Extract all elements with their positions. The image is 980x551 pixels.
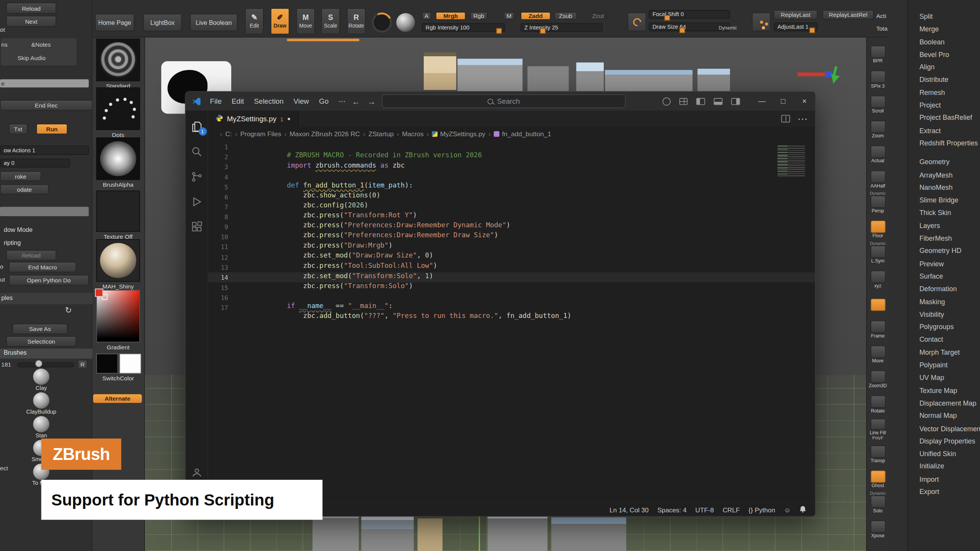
tool-menu-item[interactable]: Geometry bbox=[908, 156, 980, 168]
close-button[interactable]: × bbox=[794, 92, 815, 111]
brush-size-slider[interactable] bbox=[18, 362, 74, 367]
m-button[interactable]: M bbox=[504, 12, 514, 20]
draw-size-slider[interactable]: Draw Size 64 bbox=[649, 23, 730, 31]
tabbar-more-icon[interactable]: ⋯ bbox=[797, 113, 807, 125]
tool-menu-item[interactable]: Masking bbox=[908, 295, 980, 308]
lightbox-button[interactable]: LightBox bbox=[143, 14, 182, 31]
source-control-icon[interactable] bbox=[189, 169, 204, 184]
minimap[interactable] bbox=[777, 145, 805, 177]
update-button[interactable]: odate bbox=[0, 184, 49, 194]
skip-audio-button[interactable]: Skip Audio bbox=[18, 54, 46, 61]
end-macro-button[interactable]: End Macro bbox=[9, 262, 76, 272]
r-button[interactable]: R bbox=[77, 360, 87, 369]
tool-menu-item[interactable]: Align bbox=[908, 61, 980, 73]
notifications-bell-icon[interactable] bbox=[799, 505, 806, 514]
maximize-button[interactable]: □ bbox=[773, 92, 794, 111]
extensions-icon[interactable] bbox=[189, 219, 204, 234]
shelf-item[interactable]: BPR bbox=[867, 40, 889, 65]
shelf-item[interactable]: Dynamic Solo bbox=[867, 490, 889, 515]
shelf-item[interactable]: Floor bbox=[867, 215, 889, 240]
live-boolean-button[interactable]: Live Boolean bbox=[190, 14, 237, 31]
toggle-sidebar-icon[interactable] bbox=[696, 98, 705, 105]
tool-menu-item[interactable]: ArrayMesh bbox=[908, 168, 980, 181]
tray-thumbnail[interactable]: BrushAlpha bbox=[95, 137, 142, 188]
shelf-item[interactable]: Ghost bbox=[867, 465, 889, 490]
shelf-item[interactable]: Dynamic L.Sym bbox=[867, 240, 889, 265]
brush-item[interactable]: Stan bbox=[25, 416, 57, 439]
encoding[interactable]: UTF-8 bbox=[695, 506, 714, 514]
scale-mode-button[interactable]: S Scale bbox=[321, 8, 340, 34]
shelf-item[interactable]: AAHalf bbox=[867, 165, 889, 190]
rgb-button[interactable]: Rgb bbox=[470, 12, 488, 20]
tool-menu-item[interactable]: Split bbox=[908, 10, 980, 23]
customize-layout-icon[interactable] bbox=[679, 98, 688, 105]
tool-menu-item[interactable]: Geometry HD bbox=[908, 245, 980, 257]
edit-mode-button[interactable]: Edit bbox=[245, 8, 264, 34]
vscode-titlebar[interactable]: FileEditSelectionViewGo⋯ ← → Search — □ … bbox=[186, 92, 815, 111]
slider-bar[interactable] bbox=[0, 207, 89, 216]
tool-menu-item[interactable]: Deformation bbox=[908, 282, 980, 295]
rgb-intensity-handle[interactable] bbox=[496, 28, 502, 34]
tray-thumbnail[interactable]: Gradient bbox=[95, 290, 142, 350]
tool-menu-item[interactable]: Texture Map bbox=[908, 384, 980, 396]
tool-menu-item[interactable]: Displacement Map bbox=[908, 397, 980, 409]
shelf-item[interactable]: Dynamic Persp bbox=[867, 190, 889, 215]
tool-menu-item[interactable]: Contact bbox=[908, 333, 980, 346]
tool-menu-item[interactable]: Extract bbox=[908, 124, 980, 137]
toggle-panel-icon[interactable] bbox=[714, 98, 722, 105]
shelf-item[interactable]: Transp bbox=[867, 440, 889, 465]
reload-button[interactable]: Reload bbox=[6, 3, 56, 14]
open-python-doc-button[interactable]: Open Python Do bbox=[9, 275, 89, 285]
replay-last-rel-button[interactable]: ReplayLastRel bbox=[823, 10, 874, 19]
shelf-item[interactable]: Scroll bbox=[867, 90, 889, 115]
tool-menu-item[interactable]: Display Properties bbox=[908, 435, 980, 447]
select-icon-button[interactable]: SelectIcon bbox=[6, 336, 76, 347]
breadcrumb-item[interactable]: fn_add_button_1 bbox=[485, 130, 551, 138]
menu-item[interactable]: View bbox=[289, 92, 314, 111]
menu-item[interactable]: Selection bbox=[249, 92, 288, 111]
tool-menu-item[interactable]: Visibility bbox=[908, 308, 980, 321]
search-sidebar-icon[interactable] bbox=[189, 144, 204, 159]
shelf-item[interactable]: Frame bbox=[867, 315, 889, 340]
show-actions-slider[interactable]: ow Actions 1 bbox=[0, 145, 89, 155]
run-button[interactable]: Run bbox=[36, 124, 68, 134]
z-intensity-handle[interactable] bbox=[540, 28, 546, 34]
home-page-button[interactable]: Home Page bbox=[95, 14, 134, 31]
feedback-smiley-icon[interactable]: ☺ bbox=[784, 506, 791, 514]
replay-dots-icon-button[interactable] bbox=[752, 13, 771, 31]
forward-icon[interactable]: → bbox=[368, 96, 376, 106]
tool-menu-item[interactable]: Merge bbox=[908, 23, 980, 35]
txt-button[interactable]: Txt bbox=[9, 124, 28, 134]
tool-menu-item[interactable]: Initialize bbox=[908, 460, 980, 473]
tray-thumbnail[interactable]: Alternate bbox=[95, 393, 142, 403]
assistant-icon[interactable] bbox=[663, 97, 671, 105]
menu-item[interactable]: File bbox=[205, 92, 227, 111]
tool-menu-item[interactable]: Normal Map bbox=[908, 409, 980, 422]
focal-shift-slider[interactable]: Focal Shift 0 bbox=[649, 10, 730, 19]
shelf-item[interactable]: Actual bbox=[867, 140, 889, 165]
tool-menu-item[interactable]: Surface bbox=[908, 270, 980, 282]
shelf-item[interactable] bbox=[867, 290, 889, 315]
rgb-intensity-slider[interactable]: Rgb Intensity 100 bbox=[422, 23, 505, 32]
shelf-item[interactable]: SPix 3 bbox=[867, 65, 889, 90]
tab-modified-dot[interactable]: ● bbox=[287, 116, 291, 122]
tool-menu-item[interactable]: Bevel Pro bbox=[908, 48, 980, 61]
run-debug-icon[interactable] bbox=[189, 194, 204, 209]
next-button[interactable]: Next bbox=[6, 16, 56, 27]
command-search-box[interactable]: Search bbox=[382, 95, 626, 108]
menu-item[interactable]: Go bbox=[314, 92, 333, 111]
split-editor-icon[interactable] bbox=[781, 115, 790, 122]
tool-menu-item[interactable]: Morph Target bbox=[908, 346, 980, 359]
focal-curve-icon-button[interactable] bbox=[627, 13, 646, 31]
tool-menu-item[interactable]: Boolean bbox=[908, 35, 980, 48]
shelf-item[interactable]: Xpose bbox=[867, 515, 889, 540]
reload-disabled-button[interactable]: Reload bbox=[6, 250, 56, 261]
shelf-item[interactable]: Line Fill PolyF bbox=[867, 415, 889, 440]
tool-menu-item[interactable]: Vector Displacement bbox=[908, 422, 980, 435]
tool-menu-item[interactable]: Preview bbox=[908, 257, 980, 270]
tray-thumbnail[interactable]: SwitchColor bbox=[95, 354, 142, 381]
tool-menu-item[interactable]: Thick Skin bbox=[908, 207, 980, 219]
minimize-button[interactable]: — bbox=[751, 92, 773, 111]
brush-size-slider-handle[interactable] bbox=[35, 360, 42, 367]
account-icon[interactable] bbox=[189, 465, 204, 480]
